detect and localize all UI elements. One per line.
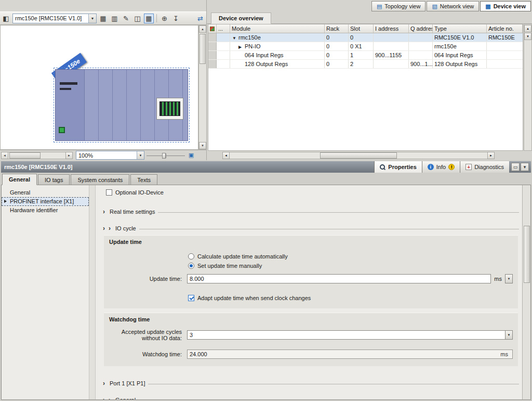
tab-info[interactable]: Info: [422, 161, 460, 173]
accepted-cycles-select[interactable]: 3 ▼: [187, 330, 513, 340]
table-row[interactable]: ▼rmc150e 0 0 RMC150E V1.0 RMC150E: [208, 33, 523, 42]
optional-io-device-checkbox[interactable]: [106, 189, 112, 196]
column-header-rack[interactable]: Rack: [325, 24, 349, 33]
table-vertical-scrollbar[interactable]: ▲ ▼: [524, 24, 532, 151]
column-header-qaddress[interactable]: Q address: [409, 24, 433, 33]
expand-icon[interactable]: ▼: [232, 34, 237, 42]
column-header-type[interactable]: Type: [433, 24, 487, 33]
chevron-down-icon[interactable]: ▼: [88, 14, 96, 23]
info-icon: [428, 164, 434, 170]
table-row[interactable]: 064 Input Regs 0 1 900...1155 064 Input …: [208, 51, 523, 60]
tab-system-constants[interactable]: System constants: [71, 174, 129, 185]
cell-slot: 2: [349, 60, 374, 68]
content-vertical-scrollbar[interactable]: [522, 185, 530, 399]
device-canvas[interactable]: rmc150e: [0, 25, 198, 150]
section-label: IO cycle: [115, 225, 136, 231]
device-graphic-pane: ◧ rmc150e [RMC150E V1.0] ▼ ▦ ▥ ✎ ◫ ▦ ⊕ ↧…: [0, 0, 207, 160]
top-area: ◧ rmc150e [RMC150E V1.0] ▼ ▦ ▥ ✎ ◫ ▦ ⊕ ↧…: [0, 0, 532, 160]
table-row[interactable]: ▶PN-IO 0 0 X1 rmc150e: [208, 42, 523, 51]
table-view-icon[interactable]: ▦: [144, 14, 154, 23]
cell-article: RMC150E: [487, 33, 523, 42]
filter-header-cell[interactable]: [208, 24, 217, 33]
set-update-time-manually-radio[interactable]: [188, 263, 194, 269]
tree-item-profinet-interface[interactable]: PROFINET interface [X1]: [2, 197, 89, 206]
download-icon[interactable]: ↧: [171, 14, 181, 23]
scroll-up-icon[interactable]: ▲: [199, 25, 206, 33]
scrollbar-thumb[interactable]: [320, 152, 397, 159]
adapt-update-time-row: Adapt update time when send clock change…: [109, 295, 513, 301]
chevron-down-icon[interactable]: ▼: [137, 151, 144, 159]
scroll-left-icon[interactable]: ◄: [222, 152, 230, 159]
module-terminal-strip: [159, 101, 180, 116]
column-header-module[interactable]: Module: [230, 24, 325, 33]
zoom-value: 100%: [76, 152, 137, 159]
column-header-article[interactable]: Article no.: [487, 24, 523, 33]
section-port1[interactable]: › Port 1 [X1 P1]: [103, 380, 519, 387]
accepted-cycles-label: Accepted update cycles without IO data:: [109, 329, 182, 341]
canvas-vertical-scrollbar[interactable]: ▲ ▼: [198, 25, 207, 150]
scroll-up-icon[interactable]: ▲: [524, 25, 531, 32]
scrollbar-thumb[interactable]: [524, 226, 530, 283]
tab-topology-view[interactable]: ▤ Topology view: [371, 1, 426, 11]
sync-icon[interactable]: ⇄: [195, 14, 205, 23]
column-header-dots[interactable]: ...: [217, 24, 230, 33]
device-image[interactable]: [55, 69, 188, 141]
chevron-down-icon[interactable]: ▼: [505, 331, 512, 339]
unit-dropdown-icon[interactable]: ▼: [505, 274, 513, 283]
tab-device-overview[interactable]: Device overview: [211, 12, 271, 24]
pages-icon[interactable]: ◫: [132, 14, 142, 23]
tab-io-tags[interactable]: IO tags: [38, 174, 70, 185]
zoom-slider-handle[interactable]: [162, 153, 166, 159]
chevron-right-icon: ›: [103, 225, 109, 232]
tab-texts[interactable]: Texts: [130, 174, 157, 185]
scroll-right-icon[interactable]: ►: [65, 152, 73, 159]
tree-scrollbar[interactable]: [89, 185, 96, 399]
properties-header[interactable]: rmc150e [RMC150E V1.0] Properties Info D…: [1, 161, 531, 173]
expand-icon[interactable]: ▶: [238, 43, 243, 50]
scrollbar-thumb[interactable]: [9, 152, 41, 159]
update-time-input[interactable]: [187, 274, 491, 283]
optional-io-device-row: Optional IO-Device: [106, 189, 519, 196]
zoom-select[interactable]: 100% ▼: [76, 151, 144, 160]
device-select[interactable]: rmc150e [RMC150E V1.0] ▼: [12, 14, 97, 23]
tab-device-view[interactable]: ▦ Device view: [480, 1, 531, 11]
module-thumbnail[interactable]: [156, 98, 183, 120]
scroll-down-icon[interactable]: ▼: [524, 33, 531, 40]
canvas-horizontal-scrollbar[interactable]: ◄ ►: [1, 152, 74, 159]
calculate-update-time-radio[interactable]: [188, 253, 194, 260]
scroll-right-icon[interactable]: ►: [487, 152, 495, 159]
restore-panel-icon[interactable]: ▭: [511, 163, 520, 171]
collapse-panel-icon[interactable]: ▾: [521, 163, 529, 171]
section-real-time-settings[interactable]: › Real time settings: [103, 208, 519, 215]
ruler-icon[interactable]: ▥: [110, 14, 119, 23]
scrollbar-thumb[interactable]: [200, 34, 206, 64]
cell-iaddress: [374, 33, 409, 42]
cell-iaddress: 900...1155: [374, 51, 409, 59]
magnifier-icon: [380, 164, 385, 170]
tab-properties[interactable]: Properties: [374, 161, 421, 173]
scroll-down-icon[interactable]: ▼: [199, 142, 206, 149]
table-horizontal-scrollbar[interactable]: ◄ ►: [222, 152, 495, 159]
fit-view-icon[interactable]: ▣: [187, 151, 195, 160]
tab-label: Info: [436, 164, 446, 170]
plug-icon[interactable]: ◧: [1, 14, 11, 23]
section-io-cycle[interactable]: › › IO cycle: [103, 225, 519, 232]
tab-general[interactable]: General: [2, 174, 37, 185]
section-general[interactable]: › › General: [103, 396, 519, 399]
pencil-icon[interactable]: ✎: [121, 14, 131, 23]
tab-diagnostics[interactable]: Diagnostics: [460, 161, 509, 173]
grid-icon[interactable]: ▦: [98, 14, 108, 23]
group-title: Watchdog time: [109, 316, 513, 322]
tab-label: Diagnostics: [474, 164, 504, 170]
column-header-iaddress[interactable]: I address: [374, 24, 409, 33]
zoom-icon[interactable]: ⊕: [159, 14, 169, 23]
zoom-slider[interactable]: [147, 152, 185, 159]
device-label-bar: [60, 82, 77, 85]
adapt-update-time-checkbox[interactable]: [188, 295, 194, 301]
column-header-slot[interactable]: Slot: [349, 24, 374, 33]
scroll-left-icon[interactable]: ◄: [1, 152, 8, 159]
tab-network-view[interactable]: ▧ Network view: [427, 1, 479, 11]
tree-item-general[interactable]: General: [2, 188, 89, 197]
table-row[interactable]: 128 Output Regs 0 2 900...1... 128 Outpu…: [208, 60, 523, 69]
tree-item-hardware-identifier[interactable]: Hardware identifier: [2, 206, 89, 215]
